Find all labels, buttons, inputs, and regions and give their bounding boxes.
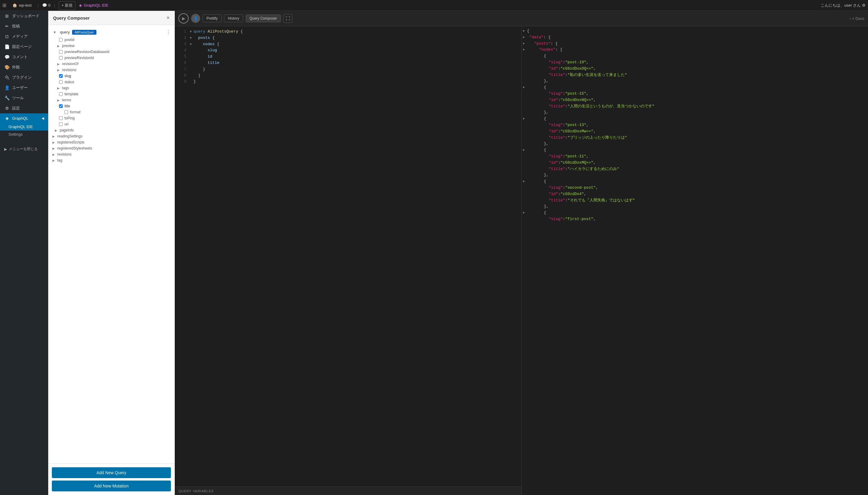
field-revisionOf[interactable]: ▶ revisionOf — [48, 61, 174, 67]
run-icon: ▶ — [182, 16, 185, 21]
add-query-button[interactable]: Add New Query — [52, 467, 171, 478]
field-previewRevisionId[interactable]: previewRevisionId — [48, 55, 174, 61]
fold-icon-2[interactable]: ▼ — [523, 35, 527, 40]
sidebar-item-pages[interactable]: 📄 固定ページ — [0, 41, 48, 52]
field-previewRevisionId-checkbox[interactable] — [59, 56, 63, 60]
sidebar-collapse-button[interactable]: ▶ メニューを閉じる — [0, 144, 48, 154]
comment-count[interactable]: 💬 0 — [42, 3, 50, 7]
fold-icon-3[interactable]: ▼ — [523, 41, 527, 47]
sidebar-item-settings[interactable]: ⚙ 設定 — [0, 103, 48, 113]
tag-chevron-icon: ▶ — [52, 159, 55, 162]
sidebar-item-dashboard[interactable]: ⊞ ダッシュボード — [0, 11, 48, 21]
result-pane: ▼ { ▼ "data": { ▼ "posts": { ▼ "nodes": … — [522, 26, 868, 495]
sidebar-item-tools[interactable]: 🔧 ツール — [0, 93, 48, 103]
result-node1-close: }, — [522, 78, 868, 84]
field-pageInfo[interactable]: ▶ pageInfo — [48, 127, 174, 133]
result-node2-open: ▼ { — [522, 84, 868, 91]
result-node1-id: "id": "cG9zdDoxOQ==", — [522, 66, 868, 72]
field-title[interactable]: title — [48, 103, 174, 109]
main-layout: ⊞ ダッシュボード ✏ 投稿 ⊡ メディア 📄 固定ページ 💬 コメント 🎨 外… — [0, 11, 868, 495]
result-node2-slug: "slug": "post-15", — [522, 91, 868, 97]
query-composer-header: Query Composer × — [48, 11, 174, 25]
run-button[interactable]: ▶ — [178, 13, 189, 23]
field-format[interactable]: format: — [48, 109, 174, 115]
fold-icon-n5[interactable]: ▼ — [523, 180, 527, 184]
field-previewRevisionDatabaseId[interactable]: previewRevisionDatabaseId — [48, 49, 174, 55]
field-format-checkbox[interactable] — [65, 110, 68, 114]
graphql-collapse-icon: ◀ — [41, 116, 44, 120]
comments-icon: 💬 — [4, 54, 10, 59]
result-node3-open: ▼ { — [522, 116, 868, 122]
field-uri[interactable]: uri — [48, 121, 174, 127]
query-composer-footer: Add New Query Add New Mutation — [48, 463, 174, 495]
field-toPing[interactable]: toPing — [48, 115, 174, 121]
graphiql-editors: 1 ▼ query AllPostsQuery { 2 ▼ posts { 3 … — [175, 26, 868, 495]
field-title-checkbox[interactable] — [59, 104, 63, 108]
fold-icon-n3[interactable]: ▼ — [523, 117, 527, 121]
sidebar-sub-settings[interactable]: Settings — [0, 131, 48, 138]
site-name[interactable]: 🏠 wp-test — [10, 3, 34, 7]
pages-icon: 📄 — [4, 44, 10, 49]
query-composer-button[interactable]: Query Composer — [246, 15, 281, 22]
field-tags[interactable]: ▶ tags — [48, 85, 174, 91]
field-slug[interactable]: slug — [48, 73, 174, 79]
result-node6-open: ▼ { — [522, 210, 868, 216]
posts-icon: ✏ — [4, 24, 10, 29]
prettify-button[interactable]: Prettify — [203, 15, 222, 22]
fold-icon-n4[interactable]: ▼ — [523, 148, 527, 153]
field-status-checkbox[interactable] — [59, 80, 63, 84]
more-options-button[interactable]: ⋮ — [166, 29, 171, 35]
fold-icon-n6[interactable]: ▼ — [523, 211, 527, 216]
field-template-checkbox[interactable] — [59, 92, 63, 96]
result-node5-open: ▼ { — [522, 178, 868, 185]
field-terms[interactable]: ▶ terms — [48, 97, 174, 103]
sidebar-item-plugins[interactable]: 🔌 プラグイン — [0, 72, 48, 83]
sidebar-item-users[interactable]: 👤 ユーザー — [0, 83, 48, 93]
fold-icon-n2[interactable]: ▼ — [523, 85, 527, 90]
editor-line-3: 3 ▼ nodes { — [175, 41, 521, 48]
query-chevron-icon[interactable]: ▼ — [53, 31, 56, 34]
graphiql-toolbar: ▶ 👤 Prettify History Query Composer ⛶ ‹ … — [175, 11, 868, 26]
field-tag[interactable]: ▶ tag — [48, 157, 174, 164]
field-previewRevisionDatabaseId-checkbox[interactable] — [59, 50, 63, 54]
close-button[interactable]: × — [167, 15, 170, 20]
field-readingSettings[interactable]: ▶ readingSettings — [48, 133, 174, 139]
sidebar-sub-ide[interactable]: GraphiQL IDE — [0, 123, 48, 131]
plugin-title: ◈ GraphiQL IDE — [79, 3, 108, 7]
avatar-button[interactable]: 👤 — [191, 14, 200, 23]
sidebar-item-graphql[interactable]: ◈ GraphQL ◀ — [0, 113, 48, 123]
field-revisions2[interactable]: ▶ revisions — [48, 151, 174, 157]
history-button[interactable]: History — [224, 15, 243, 22]
query-badge[interactable]: AllPostsQuer — [72, 30, 96, 35]
field-uri-checkbox[interactable] — [59, 122, 63, 126]
fold-icon-1[interactable]: ▼ — [523, 29, 527, 34]
field-preview[interactable]: ▶ preview — [48, 43, 174, 49]
topbar: ⊞ 🏠 wp-test | 💬 0 | + 新規 ◈ GraphiQL IDE … — [0, 0, 868, 11]
fullscreen-button[interactable]: ⛶ — [283, 14, 292, 23]
sidebar-item-appearance[interactable]: 🎨 外観 — [0, 62, 48, 72]
result-line-1: ▼ { — [522, 28, 868, 34]
query-variables-bar[interactable]: QUERY VARIABLES — [175, 487, 521, 495]
fold-icon-4[interactable]: ▼ — [523, 48, 527, 52]
result-node5-close: }, — [522, 204, 868, 210]
sidebar-item-media[interactable]: ⊡ メディア — [0, 31, 48, 41]
field-template[interactable]: template — [48, 91, 174, 97]
field-registeredStylesheets[interactable]: ▶ registeredStylesheets — [48, 145, 174, 151]
field-revisions[interactable]: ▶ revisions — [48, 67, 174, 73]
new-button[interactable]: + 新規 — [59, 1, 75, 10]
field-toPing-checkbox[interactable] — [59, 116, 63, 120]
sidebar-item-comments[interactable]: 💬 コメント — [0, 52, 48, 62]
field-postId[interactable]: postId — [48, 37, 174, 43]
field-postId-checkbox[interactable] — [59, 38, 63, 41]
field-status[interactable]: status — [48, 79, 174, 85]
sidebar-item-posts[interactable]: ✏ 投稿 — [0, 21, 48, 31]
add-mutation-button[interactable]: Add New Mutation — [52, 480, 171, 491]
field-slug-checkbox[interactable] — [59, 74, 63, 78]
revisionOf-chevron-icon: ▶ — [57, 63, 60, 66]
appearance-icon: 🎨 — [4, 65, 10, 70]
field-registeredScripts[interactable]: ▶ registeredScripts — [48, 139, 174, 145]
settings-icon: ⚙ — [4, 106, 10, 110]
registeredStylesheets-chevron-icon: ▶ — [52, 147, 55, 150]
query-editor[interactable]: 1 ▼ query AllPostsQuery { 2 ▼ posts { 3 … — [175, 26, 521, 487]
docs-button[interactable]: ‹ < Docs — [850, 16, 864, 21]
